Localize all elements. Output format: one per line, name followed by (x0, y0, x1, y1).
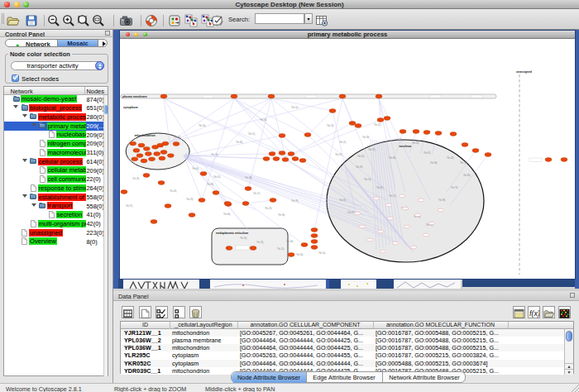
svg-text:Ybr-39j: Ybr-39j (356, 165, 363, 169)
svg-text:Ybr-21j: Ybr-21j (277, 247, 285, 251)
svg-text:endoplasmic reticulum: endoplasmic reticulum (216, 232, 248, 235)
svg-text:Ybr-55j: Ybr-55j (395, 138, 403, 141)
svg-text:Ybr-23j: Ybr-23j (265, 207, 272, 210)
svg-text:Ybr-41j: Ybr-41j (213, 175, 221, 179)
svg-text:Ybr-45j: Ybr-45j (296, 253, 304, 256)
svg-text:Ybr-87j: Ybr-87j (423, 151, 431, 155)
svg-text:nucleus: nucleus (399, 144, 412, 148)
svg-text:Ybr-58j: Ybr-58j (362, 136, 370, 139)
svg-text:Ybr-96j: Ybr-96j (278, 213, 285, 217)
svg-text:unassigned: unassigned (516, 70, 532, 74)
svg-text:Ybr-38j: Ybr-38j (245, 176, 252, 179)
svg-text:Ybr-53j: Ybr-53j (240, 237, 247, 240)
svg-text:Ybr-22j: Ybr-22j (374, 123, 381, 127)
svg-text:Ybr-68j: Ybr-68j (389, 156, 396, 160)
svg-text:Ybr-54j: Ybr-54j (412, 141, 419, 145)
svg-text:Ybr-85j: Ybr-85j (339, 198, 347, 202)
svg-text:Ybr-79j: Ybr-79j (451, 186, 458, 189)
svg-text:Ybr-91j: Ybr-91j (174, 136, 181, 139)
svg-text:Ybr-24j: Ybr-24j (199, 124, 206, 127)
svg-text:Ybr-79j: Ybr-79j (291, 199, 299, 203)
svg-text:Ybr-37j: Ybr-37j (126, 204, 133, 208)
svg-text:cytoplasm: cytoplasm (123, 106, 138, 109)
svg-text:Ybr-15j: Ybr-15j (460, 161, 467, 165)
svg-text:Ybr-45j: Ybr-45j (170, 189, 177, 193)
svg-text:Ybr-99j: Ybr-99j (207, 183, 214, 186)
svg-text:Ybr-85j: Ybr-85j (236, 141, 243, 144)
svg-text:Ybr-53j: Ybr-53j (186, 198, 194, 201)
svg-text:Ybr-64j: Ybr-64j (260, 118, 267, 122)
svg-text:Ybr-64j: Ybr-64j (223, 213, 231, 216)
svg-text:Ybr-74j: Ybr-74j (364, 178, 371, 181)
svg-text:plasma membrane: plasma membrane (122, 95, 147, 98)
svg-text:Ybr-37j: Ybr-37j (335, 153, 342, 156)
svg-text:mitochondrion: mitochondrion (134, 134, 155, 137)
svg-text:Ybr-13j: Ybr-13j (211, 153, 218, 156)
svg-text:Ybr-10j: Ybr-10j (318, 251, 326, 255)
svg-text:f(x): f(x) (529, 309, 539, 318)
svg-text:Ybr-78j: Ybr-78j (368, 148, 376, 151)
svg-text:Ybr-45j: Ybr-45j (192, 167, 199, 170)
svg-text:Ybr-99j: Ybr-99j (438, 198, 446, 202)
svg-text:Ybr-13j: Ybr-13j (327, 124, 334, 127)
svg-text:Ybr-29j: Ybr-29j (132, 177, 140, 180)
svg-text:Ybr-87j: Ybr-87j (376, 186, 384, 189)
svg-text:Ybr-63j: Ybr-63j (463, 174, 471, 177)
svg-text:Ybr-27j: Ybr-27j (253, 192, 261, 195)
svg-text:Ybr-21j: Ybr-21j (248, 132, 256, 136)
svg-text:Ybr-38j: Ybr-38j (430, 161, 438, 165)
svg-text:Ybr-30j: Ybr-30j (286, 240, 294, 243)
svg-text:Ybr-23j: Ybr-23j (256, 241, 264, 244)
svg-text:Ybr-25j: Ybr-25j (357, 155, 365, 158)
svg-text:Ybr-67j: Ybr-67j (347, 211, 355, 214)
svg-text:Ybr-14j: Ybr-14j (291, 106, 299, 109)
svg-text:Ybr-13j: Ybr-13j (389, 194, 396, 198)
svg-text:Ybr-43j: Ybr-43j (447, 156, 454, 160)
svg-text:Ybr-21j: Ybr-21j (339, 141, 347, 144)
